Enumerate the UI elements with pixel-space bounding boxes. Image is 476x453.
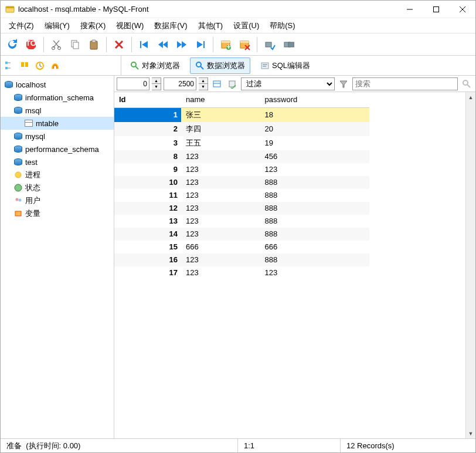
table-row[interactable]: 1张三18 xyxy=(114,107,369,122)
cell-name[interactable]: 李四 xyxy=(181,122,260,136)
close-button[interactable] xyxy=(449,1,475,18)
post-edit-button[interactable] xyxy=(261,36,278,53)
cut-button[interactable] xyxy=(48,36,64,53)
history-button[interactable] xyxy=(33,59,46,72)
vertical-scrollbar[interactable]: ▲ ▼ xyxy=(465,92,475,438)
processes-button[interactable] xyxy=(49,59,62,72)
table-row[interactable]: 11123888 xyxy=(114,189,369,202)
tree-item-mtable[interactable]: mtable xyxy=(1,117,114,130)
bookmarks-button[interactable] xyxy=(18,59,31,72)
last-record-button[interactable] xyxy=(192,36,209,53)
cell-password[interactable]: 888 xyxy=(260,228,369,241)
cell-id[interactable]: 13 xyxy=(114,215,181,228)
minimize-button[interactable] xyxy=(396,1,423,18)
cell-password[interactable]: 888 xyxy=(260,176,369,189)
table-row[interactable]: 3王五19 xyxy=(114,136,369,150)
menu-settings[interactable]: 设置(U) xyxy=(229,19,264,33)
cell-name[interactable]: 张三 xyxy=(181,107,260,122)
column-header-password[interactable]: password xyxy=(260,92,369,107)
first-record-button[interactable] xyxy=(136,36,152,53)
paste-button[interactable] xyxy=(86,36,102,53)
cell-password[interactable]: 888 xyxy=(260,189,369,202)
tab-data-browser[interactable]: 数据浏览器 xyxy=(190,58,250,74)
cell-id[interactable]: 10 xyxy=(114,176,181,189)
scroll-up-arrow[interactable]: ▲ xyxy=(466,92,475,102)
copy-button[interactable] xyxy=(67,36,83,53)
cell-id[interactable]: 2 xyxy=(114,122,181,136)
cell-password[interactable]: 888 xyxy=(260,253,369,266)
menu-database[interactable]: 数据库(V) xyxy=(149,19,192,33)
cell-id[interactable]: 17 xyxy=(114,266,181,279)
cell-name[interactable]: 123 xyxy=(181,150,260,163)
cell-id[interactable]: 1 xyxy=(114,107,181,122)
tree-item-information-schema[interactable]: information_schema xyxy=(1,91,114,104)
column-header-id[interactable]: Id xyxy=(114,92,181,107)
cell-password[interactable]: 18 xyxy=(260,107,369,122)
cell-password[interactable]: 666 xyxy=(260,241,369,253)
table-row[interactable]: 15666666 xyxy=(114,241,369,253)
export-button[interactable] xyxy=(226,77,239,90)
cell-name[interactable]: 123 xyxy=(181,189,260,202)
cell-password[interactable]: 20 xyxy=(260,122,369,136)
delete-record-button[interactable] xyxy=(236,36,253,53)
maximize-button[interactable] xyxy=(423,1,449,18)
cell-id[interactable]: 9 xyxy=(114,163,181,176)
table-row[interactable]: 16123888 xyxy=(114,253,369,266)
cell-id[interactable]: 11 xyxy=(114,189,181,202)
tree-view-button[interactable] xyxy=(3,59,16,72)
cell-name[interactable]: 123 xyxy=(181,215,260,228)
column-header-name[interactable]: name xyxy=(181,92,260,107)
refresh-button[interactable] xyxy=(4,36,21,53)
cell-name[interactable]: 123 xyxy=(181,266,260,279)
table-row[interactable]: 9123123 xyxy=(114,163,369,176)
menu-file[interactable]: 文件(Z) xyxy=(4,19,39,33)
cell-name[interactable]: 123 xyxy=(181,176,260,189)
cell-name[interactable]: 123 xyxy=(181,228,260,241)
menu-view[interactable]: 视图(W) xyxy=(111,19,148,33)
insert-record-button[interactable]: + xyxy=(217,36,234,53)
tree-item-test[interactable]: test xyxy=(1,155,114,168)
cell-id[interactable]: 3 xyxy=(114,136,181,150)
table-row[interactable]: 12123888 xyxy=(114,202,369,215)
cell-password[interactable]: 456 xyxy=(260,150,369,163)
filter-combo[interactable]: 过滤 xyxy=(241,77,335,90)
table-row[interactable]: 13123888 xyxy=(114,215,369,228)
tree-item-performance-schema[interactable]: performance_schema xyxy=(1,143,114,155)
apply-limit-button[interactable] xyxy=(210,77,223,90)
offset-spinner[interactable]: ▲▼ xyxy=(152,77,161,90)
menu-help[interactable]: 帮助(S) xyxy=(265,19,300,33)
cell-id[interactable]: 12 xyxy=(114,202,181,215)
menu-edit[interactable]: 编辑(Y) xyxy=(40,19,74,33)
filter-funnel-button[interactable] xyxy=(337,77,350,90)
cell-name[interactable]: 123 xyxy=(181,202,260,215)
cell-name[interactable]: 123 xyxy=(181,163,260,176)
search-button[interactable] xyxy=(460,77,473,90)
tree-item--[interactable]: 进程 xyxy=(1,168,114,181)
tree-item--[interactable]: 变量 xyxy=(1,207,114,220)
table-row[interactable]: 14123888 xyxy=(114,228,369,241)
next-record-button[interactable] xyxy=(174,36,190,53)
menu-other[interactable]: 其他(T) xyxy=(193,19,228,33)
search-input[interactable] xyxy=(352,77,458,90)
tree-item--[interactable]: 用户 xyxy=(1,194,114,207)
cell-password[interactable]: 123 xyxy=(260,266,369,279)
table-row[interactable]: 17123123 xyxy=(114,266,369,279)
table-row[interactable]: 10123888 xyxy=(114,176,369,189)
cell-password[interactable]: 123 xyxy=(260,163,369,176)
offset-input[interactable] xyxy=(117,77,149,90)
cell-password[interactable]: 888 xyxy=(260,202,369,215)
previous-record-button[interactable] xyxy=(155,36,171,53)
cell-id[interactable]: 15 xyxy=(114,241,181,253)
menu-search[interactable]: 搜索(X) xyxy=(76,19,110,33)
cell-id[interactable]: 14 xyxy=(114,228,181,241)
stop-button[interactable]: STOP xyxy=(23,36,39,53)
tab-object-browser[interactable]: 对象浏览器 xyxy=(125,58,185,74)
tree-item-msql[interactable]: msql xyxy=(1,104,114,117)
tree-item--[interactable]: 状态 xyxy=(1,181,114,194)
cell-password[interactable]: 19 xyxy=(260,136,369,150)
tab-sql-editor[interactable]: SQL编辑器 xyxy=(255,58,315,74)
cell-name[interactable]: 666 xyxy=(181,241,260,253)
limit-spinner[interactable]: ▲▼ xyxy=(199,77,208,90)
scroll-down-arrow[interactable]: ▼ xyxy=(466,428,475,438)
cell-id[interactable]: 16 xyxy=(114,253,181,266)
